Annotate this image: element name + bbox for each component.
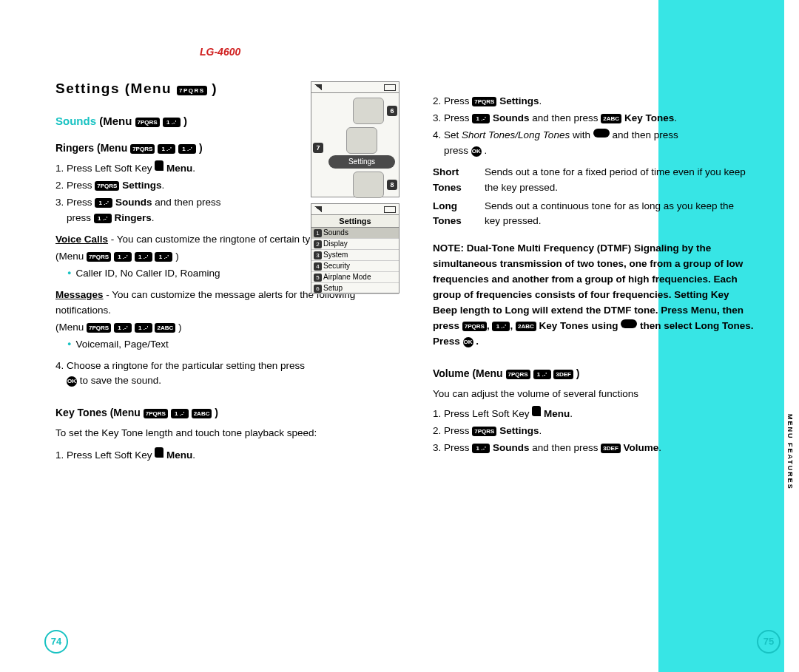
step-text: 3. Press 1 .-' Sounds and then press 2AB… bbox=[433, 111, 755, 126]
key-7-icon: 7PQRS bbox=[472, 427, 496, 436]
key-1-icon: 1 .-' bbox=[158, 144, 175, 154]
key-7-icon: 7PQRS bbox=[87, 252, 111, 262]
key-1-icon: 1 .-' bbox=[135, 252, 152, 262]
key-7-icon: 7PQRS bbox=[135, 118, 160, 127]
key-3-icon: 3DEF bbox=[553, 370, 573, 379]
nav-key-icon bbox=[621, 319, 637, 328]
long-tones-text: Sends out a continuous tone for as long … bbox=[485, 197, 755, 231]
bullet-item: Voicemail, Page/Text bbox=[67, 337, 374, 353]
header-model-left: LG-4600 bbox=[200, 44, 240, 61]
menu-path: (Menu 7PQRS 1 .-' 1 .-' 2ABC ) bbox=[55, 320, 374, 336]
ok-key-icon: OK bbox=[463, 337, 473, 347]
volume-desc: You can adjust the volume of several fun… bbox=[433, 387, 755, 402]
key-7-icon: 7PQRS bbox=[506, 370, 530, 379]
nav-key-icon bbox=[593, 129, 610, 138]
key-1-icon: 1 .-' bbox=[472, 114, 490, 123]
volume-heading: Volume (Menu 7PQRS 1 .-' 3DEF ) bbox=[433, 366, 755, 382]
key-1-icon: 1 .-' bbox=[114, 252, 132, 262]
side-section-label: MENU FEATURES bbox=[784, 414, 795, 490]
step-text: 2. Press 7PQRS Settings. bbox=[433, 424, 755, 439]
step-text: 1. Press Left Soft Key Menu. bbox=[433, 406, 755, 422]
key-7-icon: 7PQRS bbox=[130, 144, 155, 154]
key-2-icon: 2ABC bbox=[516, 322, 536, 331]
keytones-desc: To set the Key Tone length and touch ton… bbox=[55, 426, 374, 441]
key-1-icon: 1 .-' bbox=[171, 409, 189, 418]
dtmf-note: NOTE: Dual-Tone Multi Frequency (DTMF) S… bbox=[433, 241, 755, 349]
tones-table: Short Tones Sends out a tone for a fixed… bbox=[433, 163, 755, 231]
key-1-icon: 1 .-' bbox=[533, 370, 551, 379]
key-1-icon: 1 .-' bbox=[178, 144, 196, 154]
header-model-right: LG-4600 bbox=[562, 44, 603, 61]
ok-key-icon: OK bbox=[67, 376, 77, 387]
phone-screenshot-icons: 6 7 Settings 8 bbox=[311, 81, 400, 197]
key-2-icon: 2ABC bbox=[601, 114, 621, 123]
key-7-icon: 7PQRS bbox=[144, 409, 168, 418]
key-2-icon: 2ABC bbox=[192, 409, 212, 418]
key-7-icon: 7PQRS bbox=[95, 181, 119, 191]
key-1-icon: 1 .-' bbox=[163, 118, 181, 127]
right-column: 2. Press 7PQRS Settings. 3. Press 1 .-' … bbox=[433, 92, 755, 458]
short-tones-text: Sends out a tone for a fixed period of t… bbox=[485, 163, 755, 197]
softkey-icon bbox=[155, 447, 163, 458]
key-7-icon: 7PQRS bbox=[87, 323, 111, 333]
key-7-icon: 7PQRS bbox=[462, 322, 487, 331]
phone-screenshot-list: Settings 1Sounds 2Display 3System 4Secur… bbox=[311, 203, 400, 293]
key-1-icon: 1 .-' bbox=[94, 214, 112, 223]
step-text: 4. Set Short Tones/Long Tones with and t… bbox=[433, 128, 755, 159]
key-1-icon: 1 .-' bbox=[472, 444, 490, 453]
step-text: 4. Choose a ringtone for the particular … bbox=[55, 359, 374, 390]
step-text: 2. Press 7PQRS Settings. bbox=[433, 94, 755, 109]
left-column: Settings (Menu 7PQRS ) Sounds (Menu 7PQR… bbox=[55, 70, 374, 465]
softkey-icon bbox=[155, 160, 163, 171]
step-text: 3. Press 1 .-' Sounds and then press 3DE… bbox=[433, 441, 755, 456]
key-1-icon: 1 .-' bbox=[135, 323, 152, 333]
key-7-icon: 7PQRS bbox=[177, 86, 207, 95]
key-1-icon: 1 .-' bbox=[155, 252, 172, 262]
page-number-right: 75 bbox=[757, 630, 781, 654]
key-1-icon: 1 .-' bbox=[114, 323, 132, 333]
key-2-icon: 2ABC bbox=[155, 323, 175, 333]
key-1-icon: 1 .-' bbox=[492, 322, 510, 331]
key-7-icon: 7PQRS bbox=[472, 97, 496, 106]
ok-key-icon: OK bbox=[471, 146, 482, 157]
softkey-icon bbox=[532, 406, 541, 416]
step-text: 1. Press Left Soft Key Menu. bbox=[55, 447, 374, 464]
key-3-icon: 3DEF bbox=[601, 444, 620, 453]
page-number-left: 74 bbox=[44, 630, 68, 654]
keytones-heading: Key Tones (Menu 7PQRS 1 .-' 2ABC ) bbox=[55, 405, 374, 421]
short-tones-label: Short Tones bbox=[433, 163, 485, 197]
key-1-icon: 1 .-' bbox=[95, 198, 112, 208]
long-tones-label: Long Tones bbox=[433, 197, 485, 231]
